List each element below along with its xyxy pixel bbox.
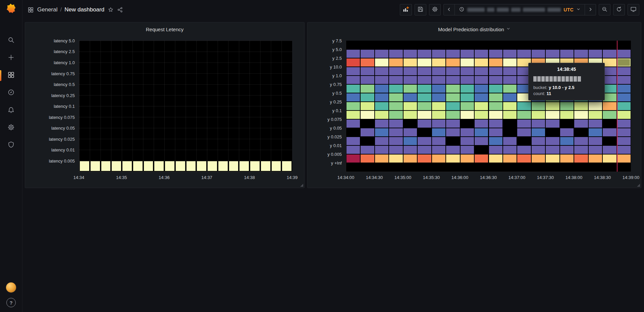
heatmap-cell[interactable]	[208, 161, 217, 171]
heatmap-cell[interactable]	[361, 93, 374, 101]
time-range-forward-button[interactable]	[585, 4, 596, 15]
heatmap-cell[interactable]	[617, 146, 631, 154]
zoom-out-button[interactable]	[599, 4, 610, 15]
heatmap-cell[interactable]	[475, 85, 488, 93]
breadcrumb-page[interactable]: New dashboard	[64, 6, 104, 13]
heatmap-cell[interactable]	[346, 85, 360, 93]
heatmap-cell[interactable]	[154, 161, 164, 171]
heatmap-cell[interactable]	[346, 154, 360, 163]
heatmap-cell[interactable]	[375, 85, 388, 93]
save-dashboard-button[interactable]	[415, 4, 426, 15]
heatmap-cell[interactable]	[574, 111, 588, 119]
heatmap-cell[interactable]	[503, 154, 517, 163]
heatmap-cell[interactable]	[546, 137, 559, 145]
heatmap-cell[interactable]	[446, 154, 460, 163]
heatmap-cell[interactable]	[503, 58, 517, 66]
heatmap-cell[interactable]	[375, 50, 388, 58]
heatmap-cell[interactable]	[503, 85, 517, 93]
heatmap-cell[interactable]	[375, 76, 388, 84]
heatmap-cell[interactable]	[418, 93, 431, 101]
heatmap-cell[interactable]	[461, 67, 474, 75]
heatmap-cell[interactable]	[389, 146, 402, 154]
heatmap-cell[interactable]	[574, 137, 588, 145]
heatmap-cell[interactable]	[404, 67, 417, 75]
heatmap-cell[interactable]	[489, 154, 502, 163]
heatmap-cell[interactable]	[261, 161, 270, 171]
heatmap-cell[interactable]	[346, 50, 360, 58]
heatmap-cell[interactable]	[589, 111, 602, 119]
heatmap-cell[interactable]	[418, 102, 431, 110]
heatmap-cell[interactable]	[418, 58, 431, 66]
heatmap-cell[interactable]	[361, 85, 374, 93]
heatmap-cell[interactable]	[418, 111, 431, 119]
heatmap-cell[interactable]	[617, 102, 631, 110]
heatmap-cell[interactable]	[560, 137, 574, 145]
heatmap-cell[interactable]	[546, 120, 559, 128]
heatmap-cell[interactable]	[617, 85, 631, 93]
heatmap-cell[interactable]	[418, 154, 431, 163]
heatmap-cell[interactable]	[617, 93, 631, 101]
heatmap-cell[interactable]	[617, 137, 631, 145]
heatmap-cell[interactable]	[389, 111, 402, 119]
heatmap-cell[interactable]	[503, 111, 517, 119]
heatmap-cell[interactable]	[532, 50, 545, 58]
heatmap-cell[interactable]	[101, 161, 111, 171]
heatmap-cell[interactable]	[517, 50, 531, 58]
heatmap-cell[interactable]	[346, 137, 360, 145]
share-icon[interactable]	[117, 7, 123, 13]
heatmap-cell[interactable]	[489, 111, 502, 119]
heatmap-cell[interactable]	[432, 111, 445, 119]
help-icon[interactable]: ?	[6, 298, 16, 307]
heatmap-cell[interactable]	[461, 102, 474, 110]
heatmap-cell[interactable]	[461, 76, 474, 84]
heatmap-cell[interactable]	[432, 58, 445, 66]
heatmap-cell[interactable]	[589, 146, 602, 154]
sidebar-item-explore[interactable]	[0, 87, 22, 99]
heatmap-cell[interactable]	[532, 154, 545, 163]
heatmap-cell[interactable]	[617, 120, 631, 128]
sidebar-item-server-admin[interactable]	[0, 139, 22, 152]
heatmap-cell[interactable]	[475, 67, 488, 75]
panel-title-request-latency[interactable]: Request Letency	[25, 23, 304, 36]
heatmap-cell[interactable]	[446, 67, 460, 75]
panel-resize-handle[interactable]	[637, 184, 640, 187]
heatmap-cell[interactable]	[489, 50, 502, 58]
heatmap-cell[interactable]	[404, 50, 417, 58]
heatmap-cell[interactable]	[144, 161, 153, 171]
heatmap-cell[interactable]	[346, 111, 360, 119]
heatmap-cell[interactable]	[446, 85, 460, 93]
heatmap-cell[interactable]	[361, 76, 374, 84]
heatmap-cell[interactable]	[461, 128, 474, 136]
heatmap-cell[interactable]	[418, 76, 431, 84]
heatmap-cell[interactable]	[346, 146, 360, 154]
heatmap-cell[interactable]	[461, 146, 474, 154]
heatmap-cell[interactable]	[375, 102, 388, 110]
heatmap-cell[interactable]	[186, 161, 196, 171]
heatmap-cell[interactable]	[560, 50, 574, 58]
heatmap-cell[interactable]	[375, 137, 388, 145]
heatmap-cell[interactable]	[446, 102, 460, 110]
heatmap-cell[interactable]	[389, 154, 402, 163]
heatmap-cell[interactable]	[133, 161, 143, 171]
heatmap-cell[interactable]	[404, 58, 417, 66]
heatmap-cell[interactable]	[617, 128, 631, 136]
heatmap-cell[interactable]	[404, 102, 417, 110]
heatmap-cell[interactable]	[475, 76, 488, 84]
heatmap-cell[interactable]	[432, 85, 445, 93]
heatmap-cell[interactable]	[475, 58, 488, 66]
heatmap-cell[interactable]	[475, 120, 488, 128]
heatmap-cell[interactable]	[404, 154, 417, 163]
heatmap-cell[interactable]	[375, 128, 388, 136]
heatmap-cell[interactable]	[389, 93, 402, 101]
heatmap-cell[interactable]	[375, 111, 388, 119]
heatmap-cell[interactable]	[432, 128, 445, 136]
heatmap-cell[interactable]	[404, 93, 417, 101]
heatmap-cell[interactable]	[389, 128, 402, 136]
heatmap-cell[interactable]	[446, 120, 460, 128]
heatmap-cell[interactable]	[389, 67, 402, 75]
heatmap-cell[interactable]	[489, 93, 502, 101]
heatmap-cell[interactable]	[432, 93, 445, 101]
heatmap-cell[interactable]	[560, 102, 574, 110]
heatmap-cell[interactable]	[517, 111, 531, 119]
heatmap-cell[interactable]	[617, 154, 631, 163]
